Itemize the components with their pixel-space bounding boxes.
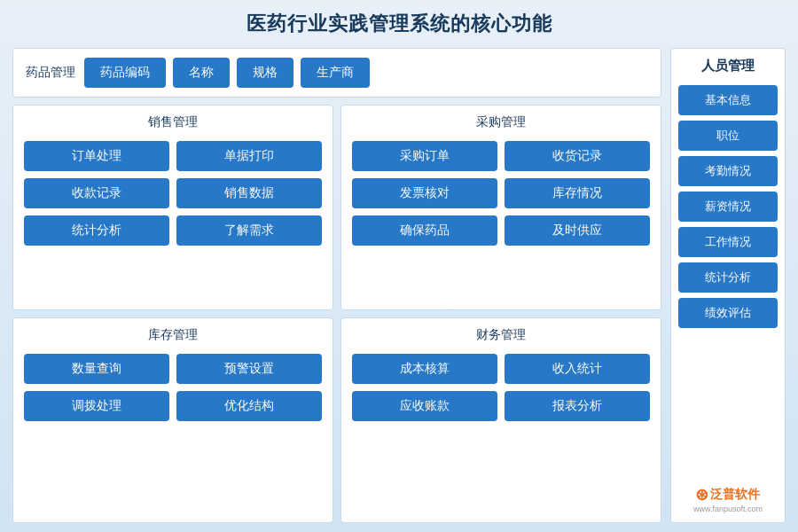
warning-setting-button[interactable]: 预警设置	[176, 354, 322, 384]
sales-row-1: 收款记录 销售数据	[24, 178, 322, 208]
inventory-finance-sections: 库存管理 数量查询 预警设置 调拨处理 优化结构 财务管理 成本核算	[12, 317, 661, 523]
main-content: 药品管理 药品编码 名称 规格 生产商 销售管理 订单处理 单据打印	[12, 48, 786, 523]
inventory-title: 库存管理	[24, 327, 322, 343]
left-panel: 药品管理 药品编码 名称 规格 生产商 销售管理 订单处理 单据打印	[12, 48, 661, 523]
right-panel-title: 人员管理	[701, 58, 755, 74]
optimize-structure-button[interactable]: 优化结构	[176, 391, 322, 421]
inventory-row-0: 数量查询 预警设置	[24, 354, 322, 384]
payment-record-button[interactable]: 收款记录	[24, 178, 169, 208]
report-analysis-button[interactable]: 报表分析	[505, 391, 650, 421]
revenue-stats-button[interactable]: 收入统计	[505, 354, 650, 384]
sales-title: 销售管理	[24, 114, 322, 130]
sales-data-button[interactable]: 销售数据	[176, 178, 322, 208]
receipt-record-button[interactable]: 收货记录	[505, 141, 650, 171]
purchase-row-0: 采购订单 收货记录	[352, 141, 650, 171]
attendance-button[interactable]: 考勤情况	[678, 156, 778, 186]
right-panel: 人员管理 基本信息 职位 考勤情况 薪资情况 工作情况 统计分析 绩效评估 ⊛ …	[670, 48, 786, 523]
position-button[interactable]: 职位	[678, 121, 778, 151]
logo-area: ⊛ 泛普软件 www.fanpusoft.com	[693, 478, 763, 513]
logo-text: 泛普软件	[710, 487, 760, 503]
accounts-receivable-button[interactable]: 应收账款	[352, 391, 497, 421]
salary-button[interactable]: 薪资情况	[678, 192, 778, 222]
sales-row-0: 订单处理 单据打印	[24, 141, 322, 171]
inventory-row-1: 调拨处理 优化结构	[24, 391, 322, 421]
purchase-section: 采购管理 采购订单 收货记录 发票核对 库存情况 确保药品 及时供应	[340, 105, 661, 310]
inventory-status-button[interactable]: 库存情况	[505, 178, 650, 208]
drug-manufacturer-button[interactable]: 生产商	[301, 58, 370, 88]
quantity-query-button[interactable]: 数量查询	[24, 354, 169, 384]
sales-row-2: 统计分析 了解需求	[24, 215, 322, 246]
purchase-order-button[interactable]: 采购订单	[352, 141, 497, 171]
performance-button[interactable]: 绩效评估	[678, 298, 778, 328]
drug-btn-group: 药品编码 名称 规格 生产商	[84, 58, 370, 88]
purchase-row-1: 发票核对 库存情况	[352, 178, 650, 208]
ensure-drug-button[interactable]: 确保药品	[352, 215, 497, 246]
right-stats-button[interactable]: 统计分析	[678, 262, 778, 293]
drug-name-button[interactable]: 名称	[173, 58, 230, 88]
sales-section: 销售管理 订单处理 单据打印 收款记录 销售数据 统计分析 了解需求	[12, 105, 333, 310]
stats-analysis-button[interactable]: 统计分析	[24, 215, 169, 246]
order-processing-button[interactable]: 订单处理	[24, 141, 169, 171]
logo-icon: ⊛	[695, 485, 708, 505]
logo: ⊛ 泛普软件	[695, 485, 760, 505]
finance-section: 财务管理 成本核算 收入统计 应收账款 报表分析	[340, 317, 661, 523]
transfer-processing-button[interactable]: 调拨处理	[24, 391, 169, 421]
purchase-row-2: 确保药品 及时供应	[352, 215, 650, 246]
work-status-button[interactable]: 工作情况	[678, 227, 778, 257]
purchase-title: 采购管理	[352, 114, 650, 130]
understand-needs-button[interactable]: 了解需求	[176, 215, 322, 246]
drug-section: 药品管理 药品编码 名称 规格 生产商	[12, 48, 661, 98]
invoice-verify-button[interactable]: 发票核对	[352, 178, 497, 208]
document-print-button[interactable]: 单据打印	[176, 141, 322, 171]
timely-supply-button[interactable]: 及时供应	[505, 215, 650, 246]
drug-code-button[interactable]: 药品编码	[84, 58, 166, 88]
page-title: 医药行业实践管理系统的核心功能	[12, 11, 786, 37]
page: 医药行业实践管理系统的核心功能 药品管理 药品编码 名称 规格 生产商 销售管理	[0, 0, 798, 532]
basic-info-button[interactable]: 基本信息	[678, 85, 778, 115]
drug-section-label: 药品管理	[26, 65, 75, 81]
logo-url: www.fanpusoft.com	[693, 505, 763, 513]
drug-spec-button[interactable]: 规格	[237, 58, 293, 88]
sales-purchase-sections: 销售管理 订单处理 单据打印 收款记录 销售数据 统计分析 了解需求	[12, 105, 661, 310]
finance-row-1: 应收账款 报表分析	[352, 391, 650, 421]
finance-row-0: 成本核算 收入统计	[352, 354, 650, 384]
finance-title: 财务管理	[352, 327, 650, 343]
cost-accounting-button[interactable]: 成本核算	[352, 354, 497, 384]
inventory-section: 库存管理 数量查询 预警设置 调拨处理 优化结构	[12, 317, 333, 523]
